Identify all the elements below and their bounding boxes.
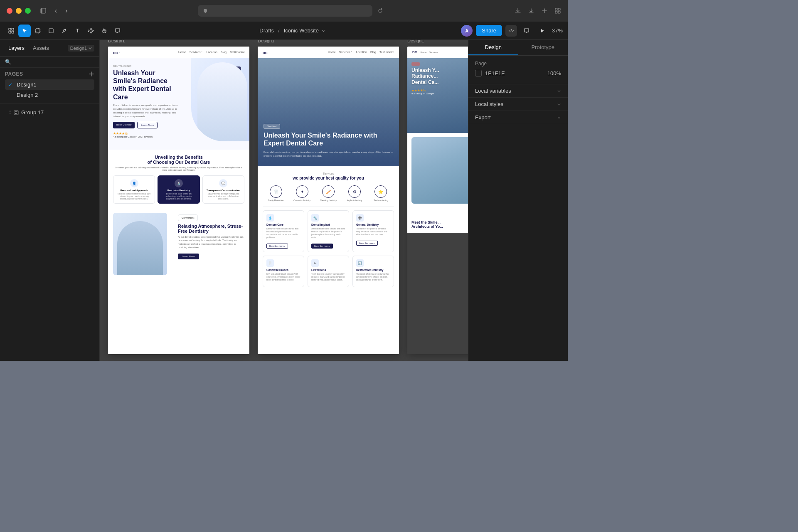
breadcrumb-file[interactable]: Iconic Website: [284, 27, 319, 34]
design-frame-1[interactable]: DC ⁴ HomeServices ˅LocationBlogTestimoni…: [108, 47, 249, 354]
meet-heading: Meet the Skille...Architects of Yo...: [411, 220, 468, 229]
page-item-design2[interactable]: ✓ Design 2: [5, 90, 94, 100]
benefit-card-personalized: 👤 Personalized Approach Receive comprehe…: [113, 175, 155, 204]
text-tool-btn[interactable]: T: [71, 25, 84, 37]
add-page-icon[interactable]: [89, 71, 94, 77]
frame3-nav: DC HomeServices: [407, 47, 468, 58]
service-card-general: ➕ General Dentistry The role of the gene…: [352, 210, 394, 252]
know-more-general[interactable]: Know this more ›: [356, 241, 378, 246]
minimize-button[interactable]: [16, 8, 22, 14]
design-tab[interactable]: Design: [468, 40, 518, 55]
svg-rect-4: [555, 11, 557, 13]
dental-section2-1: Convenient Relaxing Atmosphere, Stress-F…: [108, 209, 249, 283]
prototype-tab[interactable]: Prototype: [518, 40, 568, 55]
know-more-denture[interactable]: Know this more ›: [266, 244, 288, 249]
dental-nav-2: DC HomeServices ˅LocationBlogTestimonial: [258, 47, 399, 58]
service-card-extraction: ✂ Extractions Teeth that are severely da…: [308, 256, 349, 287]
back-icon[interactable]: ‹: [52, 5, 59, 16]
svg-rect-11: [49, 29, 53, 33]
refresh-icon[interactable]: [377, 8, 383, 14]
frame-label-2: Design1: [258, 40, 274, 43]
shape-tool-btn[interactable]: [45, 25, 57, 37]
color-swatch[interactable]: [475, 70, 482, 76]
svg-rect-15: [15, 113, 17, 114]
play-btn[interactable]: [536, 25, 549, 37]
forward-icon[interactable]: ›: [63, 5, 70, 16]
drag-handle-icon: ⠿: [8, 110, 11, 115]
frame-tool-btn[interactable]: [32, 25, 44, 37]
tabs-icon[interactable]: [554, 7, 561, 14]
add-tab-icon[interactable]: [541, 7, 548, 14]
section2-image-1: [113, 213, 167, 275]
pages-section: Pages ✓ Design1 ✓ Design 2: [0, 68, 99, 103]
avatar[interactable]: A: [461, 25, 473, 37]
local-styles-row[interactable]: Local styles: [468, 98, 568, 111]
frame2-divider: [263, 207, 394, 207]
export-row[interactable]: Export: [468, 111, 568, 124]
share-icon[interactable]: [528, 7, 534, 14]
layer-item-group17[interactable]: ⠿ Group 17: [5, 107, 94, 118]
benefit-cards-1: 👤 Personalized Approach Receive comprehe…: [113, 175, 244, 204]
panel-search: 🔍: [0, 57, 99, 68]
page-opacity-value: 100%: [547, 70, 561, 76]
benefits-title-1: Unveiling the Benefitsof Choosing Our De…: [113, 155, 244, 165]
design-frame-2[interactable]: DC HomeServices ˅LocationBlogTestimonial…: [258, 47, 399, 354]
layers-tab[interactable]: Layers: [5, 43, 28, 53]
assets-tab[interactable]: Assets: [30, 43, 52, 53]
page-item-design1[interactable]: ✓ Design1: [5, 79, 94, 90]
svg-rect-14: [15, 111, 17, 112]
sidebar-icon[interactable]: [40, 8, 46, 14]
page-section: Page 1E1E1E 100%: [468, 56, 568, 84]
download-icon[interactable]: [515, 7, 521, 14]
service-card-implant: 🔩 Dental Implant Artificial tooth roots …: [308, 210, 349, 252]
grid-tool-btn[interactable]: [5, 25, 17, 37]
breadcrumb-drafts[interactable]: Drafts: [259, 27, 274, 34]
export-label: Export: [475, 114, 491, 121]
know-more-implant[interactable]: Know this more ›: [311, 244, 333, 249]
dental-nav-links-1: HomeServices ˅LocationBlogTestimonial: [178, 51, 244, 54]
right-panel-tabs: Design Prototype: [468, 40, 568, 56]
benefits-section-1: Unveiling the Benefitsof Choosing Our De…: [108, 150, 249, 209]
layer-name-group17: Group 17: [21, 109, 44, 116]
frame-wrapper-3: Design1 DC HomeServices Unleash Y...Radi…: [407, 47, 468, 354]
share-button[interactable]: Share: [476, 25, 502, 36]
group-icon: [14, 110, 19, 115]
code-view-btn[interactable]: </>: [505, 25, 517, 37]
section2-content-1: Convenient Relaxing Atmosphere, Stress-F…: [178, 213, 244, 259]
service-icon-implant: ⚙ Implant dentistry: [342, 185, 368, 202]
dental-nav-1: DC ⁴ HomeServices ˅LocationBlogTestimoni…: [108, 47, 249, 58]
benefit-card-precision: 🔬 Precision Dentistry Benefit from state…: [158, 175, 200, 204]
frame3-rating: ★★★★½ 4.5 rating on Google: [411, 89, 468, 95]
close-button[interactable]: [7, 8, 12, 14]
local-variables-row[interactable]: Local variables: [468, 84, 568, 98]
service-row-1: 💧 Denture Care Dentures must be cared fo…: [263, 210, 394, 252]
chevron-down-icon[interactable]: [321, 29, 325, 33]
service-icon-cleaning: 🪥 Cleaning dentistry: [315, 185, 341, 202]
svg-point-12: [64, 29, 64, 30]
zoom-level[interactable]: 37%: [552, 27, 563, 34]
select-tool-btn[interactable]: [18, 25, 31, 37]
svg-rect-7: [12, 28, 14, 30]
svg-rect-13: [14, 111, 18, 115]
page-color-label: 1E1E1E: [475, 70, 505, 76]
url-bar[interactable]: [198, 5, 372, 17]
page-section-title: Page: [475, 61, 561, 66]
traffic-lights: [7, 8, 31, 14]
learn-more-btn-1[interactable]: Learn More: [137, 122, 158, 128]
design1-badge[interactable]: Design1: [68, 45, 94, 52]
canvas[interactable]: Design1 DC ⁴ HomeServices ˅LocationBlogT…: [100, 40, 468, 361]
layers-section: ⠿ Group 17: [0, 103, 99, 121]
design-frame-3[interactable]: DC HomeServices Unleash Y...Radiance...D…: [407, 47, 468, 354]
frame3-hero-content: Unleash Y...Radiance...Dental Ca... ★★★★…: [411, 62, 468, 95]
component-tool-btn[interactable]: [85, 25, 97, 37]
maximize-button[interactable]: [25, 8, 31, 14]
pen-tool-btn[interactable]: [58, 25, 71, 37]
present-btn[interactable]: [520, 25, 533, 37]
comment-tool-btn[interactable]: [111, 25, 124, 37]
braces-icon: 🦷: [266, 259, 274, 267]
frame3-hero: Unleash Y...Radiance...Dental Ca... ★★★★…: [407, 58, 468, 133]
denture-icon: 💧: [266, 214, 274, 222]
hand-tool-btn[interactable]: [98, 25, 111, 37]
learn-more-btn-2[interactable]: Learn More: [178, 254, 199, 259]
book-now-btn[interactable]: Book Us Now: [113, 122, 135, 128]
